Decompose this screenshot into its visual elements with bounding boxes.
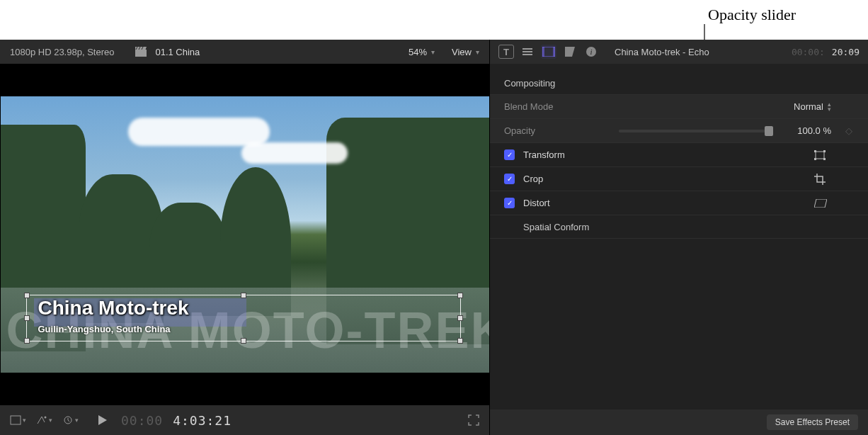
view-dropdown[interactable]: View ▾ — [452, 47, 479, 57]
svg-rect-24 — [823, 158, 826, 160]
slider-thumb[interactable] — [765, 126, 773, 136]
transform-label: Transform — [523, 149, 565, 160]
svg-rect-21 — [814, 150, 816, 152]
transform-tool-dropdown[interactable]: ▾ — [10, 415, 26, 425]
spatial-conform-label: Spatial Conform — [523, 222, 589, 232]
chevron-down-icon: ▾ — [75, 417, 79, 424]
resize-handle[interactable] — [457, 293, 463, 298]
chevron-down-icon: ▾ — [49, 417, 52, 424]
crop-label: Crop — [523, 174, 543, 184]
title-main-text[interactable]: China Moto-trek — [38, 297, 189, 320]
timecode-prefix: 00:00 — [121, 413, 163, 428]
chevron-down-icon: ▾ — [23, 417, 26, 424]
app-window: 1080p HD 23.98p, Stereo 01.1 China 54% ▾… — [0, 40, 868, 435]
svg-text:i: i — [590, 47, 592, 56]
inspector-timecode: 20:09 — [832, 47, 860, 57]
title-inspector-tab[interactable] — [520, 45, 535, 59]
svg-point-6 — [45, 417, 47, 419]
title-selection-box[interactable]: China Moto-trek Guilin-Yangshuo, South C… — [26, 295, 461, 341]
format-label: 1080p HD 23.98p, Stereo — [10, 47, 114, 57]
svg-rect-23 — [814, 158, 816, 160]
svg-marker-25 — [814, 199, 827, 208]
opacity-value[interactable]: 100.0 % — [780, 125, 831, 136]
chevron-down-icon: ▾ — [476, 48, 479, 56]
title-subtitle-text[interactable]: Guilin-Yangshuo, South China — [38, 324, 171, 334]
stepper-icon: ▴▾ — [828, 102, 831, 112]
viewer-body: CHINA MOTO-TREK China Moto-trek Guilin-Y… — [0, 64, 489, 405]
viewer-header: 1080p HD 23.98p, Stereo 01.1 China 54% ▾… — [0, 40, 489, 64]
inspector-panel: T i China Moto-trek - Echo 00:00:20:09 C… — [490, 40, 868, 435]
compositing-section-header: Compositing — [490, 72, 868, 94]
distort-checkbox[interactable]: ✓ — [504, 198, 515, 208]
svg-rect-20 — [816, 152, 824, 159]
video-canvas[interactable]: CHINA MOTO-TREK China Moto-trek Guilin-Y… — [1, 96, 489, 373]
resize-handle[interactable] — [24, 315, 30, 321]
svg-marker-8 — [98, 415, 107, 425]
blend-mode-row: Blend Mode Normal ▴▾ — [490, 94, 868, 118]
keyframe-icon[interactable]: ◇ — [844, 125, 854, 136]
effects-tool-dropdown[interactable]: ▾ — [36, 415, 52, 425]
zoom-value: 54% — [409, 47, 427, 57]
video-inspector-tab[interactable] — [541, 45, 556, 59]
retime-tool-dropdown[interactable]: ▾ — [62, 415, 79, 425]
generator-inspector-tab[interactable] — [562, 45, 578, 59]
opacity-slider[interactable] — [619, 130, 772, 132]
clip-name: 01.1 China — [155, 47, 200, 57]
callout-label: Opacity slider — [708, 6, 796, 24]
resize-handle[interactable] — [24, 293, 30, 298]
resize-handle[interactable] — [457, 315, 463, 321]
text-inspector-tab[interactable]: T — [498, 45, 514, 59]
crop-row[interactable]: ✓ Crop — [490, 166, 868, 191]
transform-checkbox[interactable]: ✓ — [504, 149, 515, 160]
clapper-icon — [135, 47, 147, 57]
transform-row[interactable]: ✓ Transform — [490, 142, 868, 166]
timecode: 4:03:21 — [173, 413, 232, 428]
svg-rect-14 — [553, 47, 555, 57]
inspector-footer: Save Effects Preset — [490, 409, 868, 435]
resize-handle[interactable] — [241, 338, 246, 344]
chevron-down-icon: ▾ — [431, 48, 435, 56]
viewer-footer: ▾ ▾ ▾ 00:004:03:21 — [0, 405, 489, 435]
fullscreen-icon[interactable] — [468, 414, 479, 426]
opacity-label: Opacity — [504, 125, 610, 136]
transform-icon[interactable] — [814, 150, 831, 160]
save-effects-preset-button[interactable]: Save Effects Preset — [767, 414, 858, 430]
svg-rect-13 — [542, 47, 544, 57]
svg-rect-0 — [135, 50, 147, 57]
viewer-panel: 1080p HD 23.98p, Stereo 01.1 China 54% ▾… — [0, 40, 490, 435]
blend-mode-value: Normal — [794, 101, 823, 112]
resize-handle[interactable] — [24, 338, 30, 344]
distort-icon[interactable] — [814, 199, 831, 208]
blend-mode-label: Blend Mode — [504, 101, 610, 112]
inspector-header: T i China Moto-trek - Echo 00:00:20:09 — [490, 40, 868, 64]
zoom-dropdown[interactable]: 54% ▾ — [409, 47, 435, 57]
distort-row[interactable]: ✓ Distort — [490, 191, 868, 215]
info-inspector-tab[interactable]: i — [583, 45, 599, 59]
play-button[interactable] — [98, 415, 107, 425]
crop-checkbox[interactable]: ✓ — [504, 174, 515, 184]
resize-handle[interactable] — [241, 293, 246, 298]
view-label: View — [452, 47, 472, 57]
resize-handle[interactable] — [457, 338, 463, 344]
inspector-clip-title: China Moto-trek - Echo — [615, 47, 709, 57]
blend-mode-select[interactable]: Normal ▴▾ — [794, 101, 831, 112]
distort-label: Distort — [523, 198, 550, 208]
spatial-conform-row[interactable]: Spatial Conform — [490, 215, 868, 239]
inspector-timecode-prefix: 00:00: — [792, 47, 825, 57]
svg-rect-5 — [11, 416, 21, 424]
svg-rect-22 — [823, 150, 826, 152]
inspector-body: Compositing Blend Mode Normal ▴▾ Opacity — [490, 64, 868, 409]
crop-icon[interactable] — [814, 174, 831, 185]
opacity-row: Opacity 100.0 % ◇ — [490, 118, 868, 142]
svg-marker-17 — [565, 47, 575, 57]
